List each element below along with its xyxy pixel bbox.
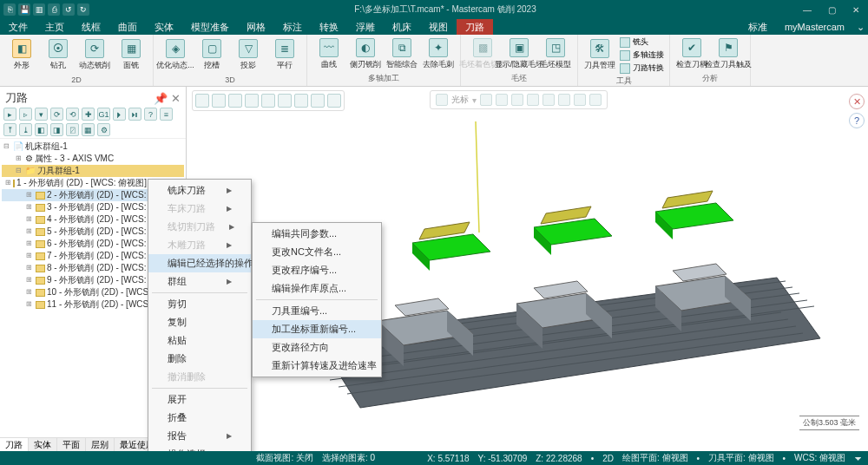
rbtn-pathxform[interactable]: 刀路转换 <box>620 62 664 74</box>
tp-tb-icon[interactable]: ◨ <box>50 123 63 136</box>
qat-save-icon[interactable]: 💾 <box>18 3 30 16</box>
context-menu-item[interactable]: 群组 <box>148 272 251 291</box>
context-menu-item[interactable]: 删除 <box>148 350 251 368</box>
context-menu-item[interactable]: 重新计算转速及进给速率 <box>253 357 381 375</box>
rbtn-smart[interactable]: ⧉智能综合 <box>385 38 418 70</box>
qat-print-icon[interactable]: ⎙ <box>48 3 60 16</box>
rbtn-head[interactable]: 铣头 <box>620 36 664 48</box>
menu-solid[interactable]: 实体 <box>146 19 182 35</box>
tab-planes[interactable]: 平面 <box>57 438 86 451</box>
tp-tb-icon[interactable]: ✚ <box>82 108 95 121</box>
context-menu-item[interactable]: 粘贴 <box>148 331 251 350</box>
qat-redo-icon[interactable]: ↻ <box>77 3 89 16</box>
rbtn-checkreach[interactable]: ⚑检查刀具触及 <box>712 38 745 70</box>
menu-machine[interactable]: 机床 <box>384 19 420 35</box>
tree-tool-group[interactable]: ⊟📁 刀具群组-1 <box>2 165 184 177</box>
context-menu-item[interactable]: 更改NC文件名... <box>253 243 381 261</box>
rbtn-pocket[interactable]: ▢挖槽 <box>195 39 228 71</box>
qat-undo-icon[interactable]: ↺ <box>62 3 75 16</box>
menu-bar: 文件 主页 线框 曲面 实体 模型准备 网格 标注 转换 浮雕 机床 视图 刀路… <box>0 19 868 35</box>
context-menu-item[interactable]: 更改路径方向 <box>253 338 381 357</box>
tp-tb-icon[interactable]: ≡ <box>160 108 173 121</box>
menu-mesh[interactable]: 网格 <box>238 19 274 35</box>
menu-annotate[interactable]: 标注 <box>274 19 311 35</box>
tp-tb-icon[interactable]: ⟲ <box>66 108 79 121</box>
rbtn-contour[interactable]: ◧外形 <box>5 39 38 71</box>
menu-mymastercam[interactable]: myMastercam <box>776 19 853 35</box>
context-menu-item[interactable]: 展开 <box>148 390 251 409</box>
menu-toolpaths[interactable]: 刀路 <box>457 19 493 35</box>
tp-tb-icon[interactable]: ▹ <box>19 108 32 121</box>
rbtn-checkholder[interactable]: ✔检查刀柄 <box>675 38 708 70</box>
rbtn-optimize[interactable]: ◈优化动态... <box>159 39 192 71</box>
menu-view[interactable]: 视图 <box>420 19 457 35</box>
toolpaths-panel-title: 刀路 <box>5 90 28 106</box>
context-menu-item[interactable]: 铣床刀路 <box>148 181 251 200</box>
menu-home[interactable]: 主页 <box>36 19 73 35</box>
tp-tb-icon[interactable]: ⏯ <box>128 108 141 121</box>
context-menu-item[interactable]: 折叠 <box>148 409 251 427</box>
context-menu-item[interactable]: 刀具重编号... <box>253 302 381 320</box>
rbtn-drill[interactable]: ⦿钻孔 <box>42 39 75 71</box>
qat-split-icon[interactable]: ▥ <box>33 3 45 16</box>
tp-tb-icon[interactable]: ⚙ <box>97 123 110 136</box>
tab-toolpaths[interactable]: 刀路 <box>0 438 29 451</box>
menu-standard[interactable]: 标准 <box>740 19 776 35</box>
menu-transform[interactable]: 转换 <box>311 19 347 35</box>
status-wcs[interactable]: WCS: 俯视图 <box>794 452 845 464</box>
tab-levels[interactable]: 层别 <box>86 438 115 451</box>
status-gplane[interactable]: 绘图平面: 俯视图 <box>622 452 688 464</box>
rbtn-swarf[interactable]: ◐侧刃铣削 <box>349 38 382 70</box>
minimize-button[interactable]: — <box>799 5 816 15</box>
rbtn-parallel[interactable]: ≣平行 <box>268 39 301 71</box>
context-menu-item[interactable]: 更改程序编号... <box>253 261 381 279</box>
rbtn-stockvis[interactable]: ▣显示/隐藏毛坯 <box>503 38 536 70</box>
panel-pin-icon[interactable]: 📌 ✕ <box>154 92 181 105</box>
status-mode[interactable]: 2D <box>602 454 614 463</box>
rbtn-dynamic[interactable]: ⟳动态铣削 <box>78 39 111 71</box>
tp-tb-icon[interactable]: ⏵ <box>113 108 126 121</box>
tree-machine-group[interactable]: ⊟📄 机床群组-1 <box>2 141 184 153</box>
context-menu-item[interactable]: 编辑共同参数... <box>253 225 381 243</box>
menu-relief[interactable]: 浮雕 <box>347 19 384 35</box>
tree-properties[interactable]: ⊞⚙ 属性 - 3 - AXIS VMC <box>2 153 184 165</box>
rbtn-curve[interactable]: 〰曲线 <box>312 38 345 70</box>
status-bar: 截面视图: 关闭 选择的图素: 0 X: 5.57118 Y: -51.3070… <box>0 451 868 465</box>
tp-tb-icon[interactable]: ? <box>144 108 157 121</box>
qat-new-icon[interactable]: ⎘ <box>3 3 16 16</box>
status-x: X: 5.57118 <box>427 454 469 463</box>
tp-tb-icon[interactable]: ◧ <box>35 123 48 136</box>
context-menu-item[interactable]: 报告 <box>148 427 251 445</box>
context-menu-item[interactable]: 编辑操作库原点... <box>253 279 381 298</box>
status-section[interactable]: 截面视图: 关闭 <box>256 452 313 464</box>
tp-tb-icon[interactable]: G1 <box>97 108 110 121</box>
rbtn-deburr[interactable]: ✦去除毛刺 <box>422 38 455 70</box>
rbtn-multilink[interactable]: 多轴连接 <box>620 49 664 61</box>
status-tplane[interactable]: 刀具平面: 俯视图 <box>708 452 774 464</box>
tp-tb-icon[interactable]: ⍁ <box>66 123 79 136</box>
rbtn-stockmodel[interactable]: ◳毛坯模型 <box>539 38 572 70</box>
tab-solids[interactable]: 实体 <box>29 438 57 451</box>
context-menu-item[interactable]: 编辑已经选择的操作 <box>148 254 251 272</box>
menu-surface[interactable]: 曲面 <box>109 19 146 35</box>
menu-wireframe[interactable]: 线框 <box>73 19 109 35</box>
rbtn-face[interactable]: ▦面铣 <box>115 39 148 71</box>
rbtn-toolmgr[interactable]: 🛠刀具管理 <box>583 39 616 71</box>
status-dropdown-icon[interactable]: ⏷ <box>854 454 863 463</box>
rbtn-project[interactable]: ▽投影 <box>232 39 265 71</box>
menu-file[interactable]: 文件 <box>0 19 36 35</box>
maximize-button[interactable]: ▢ <box>823 5 840 15</box>
tp-tb-icon[interactable]: ▾ <box>35 108 48 121</box>
context-menu-item[interactable]: 复制 <box>148 313 251 331</box>
context-menu-item: 线切割刀路 <box>148 218 251 236</box>
menu-chevron-icon[interactable]: ⌄ <box>853 19 868 35</box>
tp-tb-icon[interactable]: ▦ <box>82 123 95 136</box>
context-menu-item[interactable]: 加工坐标重新编号... <box>253 320 381 338</box>
tp-tb-icon[interactable]: ▸ <box>3 108 16 121</box>
tp-tb-icon[interactable]: ⤓ <box>19 123 32 136</box>
close-button[interactable]: ✕ <box>847 5 865 15</box>
tp-tb-icon[interactable]: ⤒ <box>3 123 16 136</box>
menu-modelprep[interactable]: 模型准备 <box>182 19 238 35</box>
context-menu-item[interactable]: 剪切 <box>148 295 251 313</box>
tp-tb-icon[interactable]: ⟳ <box>50 108 63 121</box>
